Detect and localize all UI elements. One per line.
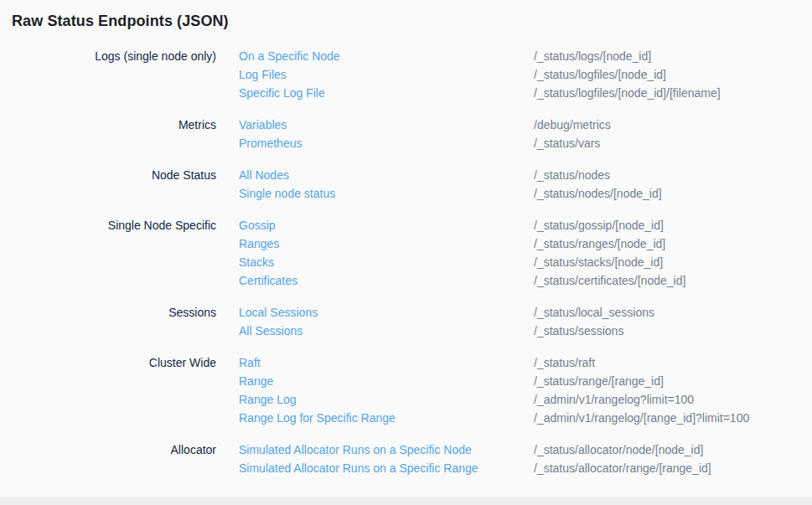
section-category: Allocator xyxy=(0,441,216,477)
section-node-status: Node Status All Nodes /_status/nodes Sin… xyxy=(0,166,812,203)
section-entries: Raft /_status/raft Range /_status/range/… xyxy=(239,353,812,427)
section-metrics: Metrics Variables /debug/metrics Prometh… xyxy=(0,116,812,152)
endpoint-path: /_status/nodes/[node_id] xyxy=(534,184,812,203)
section-single-node-specific: Single Node Specific Gossip /_status/gos… xyxy=(0,216,812,290)
endpoint-row: Specific Log File /_status/logfiles/[nod… xyxy=(239,84,812,102)
endpoint-link[interactable]: Prometheus xyxy=(239,134,534,152)
endpoint-link[interactable]: Simulated Allocator Runs on a Specific R… xyxy=(239,459,534,477)
endpoint-row: Single node status /_status/nodes/[node_… xyxy=(239,184,812,203)
footer-strip xyxy=(0,497,812,505)
endpoint-row: Simulated Allocator Runs on a Specific R… xyxy=(239,459,812,477)
endpoint-link[interactable]: On a Specific Node xyxy=(239,47,534,65)
endpoint-path: /_status/nodes xyxy=(534,166,812,184)
endpoint-link[interactable]: Single node status xyxy=(239,184,534,203)
endpoint-row: All Sessions /_status/sessions xyxy=(239,322,812,340)
section-entries: All Nodes /_status/nodes Single node sta… xyxy=(239,166,812,203)
endpoint-link[interactable]: Local Sessions xyxy=(239,303,534,322)
endpoint-row: Certificates /_status/certificates/[node… xyxy=(239,271,812,290)
endpoint-sections: Logs (single node only) On a Specific No… xyxy=(0,47,812,477)
endpoint-path: /_admin/v1/rangelog/[range_id]?limit=100 xyxy=(534,409,812,427)
section-entries: Simulated Allocator Runs on a Specific N… xyxy=(239,441,812,477)
endpoint-link[interactable]: Simulated Allocator Runs on a Specific N… xyxy=(239,441,534,459)
section-cluster-wide: Cluster Wide Raft /_status/raft Range /_… xyxy=(0,353,812,427)
section-sessions: Sessions Local Sessions /_status/local_s… xyxy=(0,303,812,340)
endpoint-link[interactable]: Range xyxy=(239,372,534,390)
endpoint-path: /_status/logs/[node_id] xyxy=(534,47,812,65)
section-category: Single Node Specific xyxy=(0,216,216,290)
endpoint-row: Ranges /_status/ranges/[node_id] xyxy=(239,234,812,253)
section-entries: Local Sessions /_status/local_sessions A… xyxy=(239,303,812,340)
endpoint-path: /_status/stacks/[node_id] xyxy=(534,253,812,271)
section-entries: Gossip /_status/gossip/[node_id] Ranges … xyxy=(239,216,812,290)
endpoint-link[interactable]: Certificates xyxy=(239,271,534,290)
endpoint-row: Simulated Allocator Runs on a Specific N… xyxy=(239,441,812,459)
endpoint-link[interactable]: Gossip xyxy=(239,216,534,234)
section-category: Logs (single node only) xyxy=(0,47,216,102)
endpoint-row: Stacks /_status/stacks/[node_id] xyxy=(239,253,812,271)
section-entries: On a Specific Node /_status/logs/[node_i… xyxy=(239,47,812,102)
endpoint-row: All Nodes /_status/nodes xyxy=(239,166,812,184)
endpoint-path: /_status/sessions xyxy=(534,322,812,340)
endpoint-link[interactable]: Specific Log File xyxy=(239,84,534,102)
section-category: Node Status xyxy=(0,166,216,203)
endpoint-link[interactable]: All Nodes xyxy=(239,166,534,184)
endpoint-row: Prometheus /_status/vars xyxy=(239,134,812,152)
endpoint-link[interactable]: Stacks xyxy=(239,253,534,271)
endpoint-link[interactable]: Variables xyxy=(239,116,534,134)
endpoint-path: /_status/allocator/node/[node_id] xyxy=(534,441,812,459)
endpoint-row: Gossip /_status/gossip/[node_id] xyxy=(239,216,812,234)
endpoint-row: Range Log for Specific Range /_admin/v1/… xyxy=(239,409,812,427)
endpoint-link[interactable]: All Sessions xyxy=(239,322,534,340)
endpoint-path: /_status/allocator/range/[range_id] xyxy=(534,459,812,477)
section-allocator: Allocator Simulated Allocator Runs on a … xyxy=(0,441,812,477)
endpoint-path: /_status/range/[range_id] xyxy=(534,372,812,390)
endpoint-path: /_status/local_sessions xyxy=(534,303,812,322)
endpoint-row: Range Log /_admin/v1/rangelog?limit=100 xyxy=(239,390,812,409)
endpoint-row: Local Sessions /_status/local_sessions xyxy=(239,303,812,322)
endpoint-path: /_status/logfiles/[node_id] xyxy=(534,65,812,84)
section-entries: Variables /debug/metrics Prometheus /_st… xyxy=(239,116,812,152)
section-logs: Logs (single node only) On a Specific No… xyxy=(0,47,812,102)
endpoint-path: /_status/ranges/[node_id] xyxy=(534,234,812,253)
endpoint-path: /_status/logfiles/[node_id]/[filename] xyxy=(534,84,812,102)
endpoint-link[interactable]: Range Log xyxy=(239,390,534,409)
section-category: Metrics xyxy=(0,116,216,152)
page-title: Raw Status Endpoints (JSON) xyxy=(12,13,812,30)
endpoint-link[interactable]: Range Log for Specific Range xyxy=(239,409,534,427)
endpoint-row: Range /_status/range/[range_id] xyxy=(239,372,812,390)
endpoint-row: Variables /debug/metrics xyxy=(239,116,812,134)
section-category: Sessions xyxy=(0,303,216,340)
endpoint-row: On a Specific Node /_status/logs/[node_i… xyxy=(239,47,812,65)
endpoint-row: Log Files /_status/logfiles/[node_id] xyxy=(239,65,812,84)
endpoint-link[interactable]: Log Files xyxy=(239,65,534,84)
endpoint-path: /debug/metrics xyxy=(534,116,812,134)
section-category: Cluster Wide xyxy=(0,353,216,427)
endpoint-path: /_admin/v1/rangelog?limit=100 xyxy=(534,390,812,409)
endpoint-row: Raft /_status/raft xyxy=(239,353,812,372)
endpoint-path: /_status/certificates/[node_id] xyxy=(534,271,812,290)
endpoint-link[interactable]: Ranges xyxy=(239,234,534,253)
endpoint-path: /_status/raft xyxy=(534,353,812,372)
endpoint-path: /_status/gossip/[node_id] xyxy=(534,216,812,234)
endpoint-path: /_status/vars xyxy=(534,134,812,152)
endpoint-link[interactable]: Raft xyxy=(239,353,534,372)
